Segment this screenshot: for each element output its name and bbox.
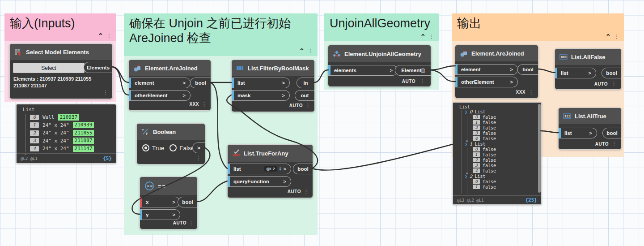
port-out-bool[interactable]: bool: [178, 197, 197, 207]
lacing-indicator[interactable]: AUTO: [288, 189, 301, 194]
radio-false[interactable]: [169, 144, 177, 151]
port-in-mask[interactable]: mask>: [232, 90, 290, 101]
port-out-elementarray[interactable]: Element[]: [395, 65, 431, 76]
svg-text:?: ?: [463, 49, 466, 53]
watch-footer: @L2 @L1 {5}: [17, 153, 116, 163]
node-element-arejoined-1[interactable]: ? Element.AreJoined element> otherElemen…: [128, 60, 211, 111]
node-options-icon[interactable]: ⋮: [188, 220, 194, 226]
node-options-icon[interactable]: ⋮: [611, 141, 617, 147]
lacing-indicator[interactable]: XXX: [189, 102, 199, 107]
node-select-model-elements[interactable]: Select Model Elements Select Elements El…: [9, 43, 113, 99]
port-in-otherelement[interactable]: otherElement>: [129, 90, 191, 101]
lacing-indicator[interactable]: AUTO: [402, 79, 415, 84]
port-in-elements[interactable]: elements>: [328, 65, 398, 76]
node-list-trueforany[interactable]: List.TrueForAny list @L2 ▲▼ > queryFunct…: [227, 144, 313, 198]
sublist-header[interactable]: ❯ 0 List: [465, 109, 496, 114]
node-element-unjoinallgeometry[interactable]: Element.UnjoinAllGeometry elements> Elem…: [328, 45, 431, 87]
item-count-badge: {25}: [525, 197, 538, 203]
node-title: List.FilterByBoolMask: [248, 65, 309, 72]
node-header[interactable]: Element.UnjoinAllGeometry: [328, 45, 431, 62]
port-in-list[interactable]: list @L2 ▲▼ >: [228, 164, 291, 174]
radio-true[interactable]: [142, 144, 149, 151]
node-header[interactable]: TF Boolean: [137, 124, 205, 140]
node-options-icon[interactable]: ⋮: [611, 81, 617, 86]
group-check-title[interactable]: 确保在 Unjoin 之前已进行初始 AreJoined 检查: [124, 13, 314, 46]
collapse-chevron-icon[interactable]: ⌃: [420, 34, 426, 39]
list-alltrue-icon: 111?: [563, 112, 571, 120]
port-out-bool[interactable]: bool: [293, 164, 313, 174]
node-watch-elements[interactable]: List 0 Wall 210937 1 24" x 24" 210939 2 …: [16, 104, 116, 164]
port-in-y[interactable]: y>: [140, 209, 180, 220]
node-options-icon[interactable]: ⋮: [201, 101, 207, 107]
node-header[interactable]: ? Element.AreJoined: [129, 60, 211, 76]
node-header[interactable]: List.FilterByBoolMask: [232, 60, 314, 76]
node-options-icon[interactable]: ⋮: [528, 89, 534, 95]
port-out-value[interactable]: >: [192, 142, 205, 153]
element-id-badge: 210939: [73, 122, 94, 128]
port-out-bool[interactable]: bool: [602, 68, 621, 78]
dynamo-canvas[interactable]: 输入(Inputs) ⌃ ⋮ 确保在 Unjoin 之前已进行初始 AreJoi…: [0, 0, 644, 246]
node-header[interactable]: == ==: [140, 177, 197, 195]
lacing-indicator[interactable]: AUTO: [173, 220, 186, 225]
node-list-alltrue[interactable]: 111? List.AllTrue list> bool AUTO ⋮: [558, 108, 622, 150]
node-equals[interactable]: == == x> y> bool AUTO ⋮: [140, 177, 198, 229]
group-menu-icon[interactable]: ⋮: [614, 34, 619, 39]
node-options-icon[interactable]: ⋮: [195, 155, 201, 161]
node-options-icon[interactable]: ⋮: [305, 103, 311, 108]
list-item: 3 24" x 24" 211087: [30, 137, 94, 145]
port-in-list[interactable]: list>: [232, 78, 290, 88]
list-item: 3false: [473, 130, 496, 136]
list-item: 0 Wall 210937: [30, 113, 94, 121]
port-in-element[interactable]: element>: [129, 78, 191, 88]
watch-scrollbar[interactable]: [538, 104, 541, 193]
radio-true-label[interactable]: True: [152, 145, 164, 151]
group-unjoin-title[interactable]: UnjoinAllGeometry: [324, 13, 439, 31]
group-inputs-title[interactable]: 输入(Inputs): [4, 13, 116, 31]
port-out-bool[interactable]: bool: [517, 64, 538, 75]
group-menu-icon[interactable]: ⋮: [106, 33, 112, 39]
port-in-x[interactable]: x>: [140, 197, 180, 207]
port-out-out[interactable]: out: [295, 90, 314, 101]
node-element-arejoined-2[interactable]: ? Element.AreJoined element> otherElemen…: [455, 45, 538, 99]
port-out-bool[interactable]: bool: [190, 78, 211, 88]
port-out-elements[interactable]: Elements: [84, 62, 112, 73]
sublist-header[interactable]: ❯ 1 List: [465, 141, 496, 147]
lacing-levels: @L3 @L2 @L1: [457, 198, 484, 203]
port-in-list[interactable]: list>: [555, 68, 596, 78]
node-boolean[interactable]: TF Boolean True False > ⋮: [136, 123, 205, 164]
node-header[interactable]: 000? List.AllFalse: [555, 49, 621, 65]
element-arejoined-icon: ?: [133, 64, 141, 72]
sublist-header[interactable]: ❯ 2 List: [465, 173, 496, 179]
collapse-chevron-icon[interactable]: ⌃: [605, 34, 611, 39]
node-list-allfalse[interactable]: 000? List.AllFalse list> bool AUTO ⋮: [555, 48, 622, 90]
node-list-filterbyboolmask[interactable]: List.FilterByBoolMask list> mask> in out…: [231, 60, 315, 112]
collapse-chevron-icon[interactable]: ⌃: [299, 48, 305, 54]
node-title: Element.AreJoined: [145, 65, 198, 72]
collapse-chevron-icon[interactable]: ⌃: [97, 33, 103, 39]
port-in-queryfunction[interactable]: queryFunction>: [228, 176, 291, 187]
level-spinner[interactable]: ▲▼: [279, 167, 282, 171]
list-item: 1false: [473, 184, 496, 190]
node-header[interactable]: List.TrueForAny: [228, 145, 313, 162]
node-options-icon[interactable]: ⋮: [303, 189, 309, 194]
group-menu-icon[interactable]: ⋮: [429, 34, 434, 39]
port-in-otherelement[interactable]: otherElement>: [455, 77, 518, 87]
group-menu-icon[interactable]: ⋮: [308, 48, 313, 54]
port-in-element[interactable]: element>: [455, 64, 518, 75]
lacing-indicator[interactable]: AUTO: [595, 142, 609, 147]
node-header[interactable]: 111? List.AllTrue: [559, 108, 621, 124]
list-level-badge[interactable]: @L2: [264, 166, 277, 172]
node-header[interactable]: Select Model Elements: [10, 44, 112, 60]
lacing-indicator[interactable]: XXX: [516, 90, 525, 95]
lacing-indicator[interactable]: AUTO: [594, 82, 608, 86]
node-header[interactable]: ? Element.AreJoined: [455, 45, 538, 61]
node-options-icon[interactable]: ⋮: [419, 78, 425, 84]
lacing-indicator[interactable]: AUTO: [289, 103, 303, 108]
select-button[interactable]: Select: [13, 63, 85, 73]
node-options-icon[interactable]: ⋮: [102, 90, 108, 95]
port-out-in[interactable]: in: [297, 78, 314, 88]
node-watch-results[interactable]: List ❯ 0 List 0false 1false 2false 3fals…: [453, 102, 542, 205]
port-in-list[interactable]: list>: [559, 128, 597, 138]
group-outputs-title[interactable]: 输出: [452, 13, 624, 31]
port-out-bool[interactable]: bool: [602, 128, 621, 138]
